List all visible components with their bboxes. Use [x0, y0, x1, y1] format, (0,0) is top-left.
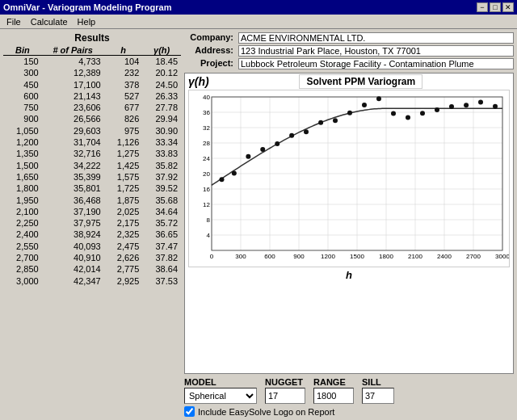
close-button[interactable]: ✕: [502, 2, 514, 12]
svg-text:1200: 1200: [321, 253, 335, 260]
svg-text:3000: 3000: [495, 253, 510, 260]
svg-text:36: 36: [203, 109, 210, 116]
svg-text:40: 40: [203, 94, 210, 101]
title-bar: OmniVar - Variogram Modeling Program − □…: [0, 0, 517, 15]
col-bin: Bin: [3, 45, 42, 56]
table-row: 1,35032,7161,27533.83: [3, 148, 181, 159]
company-value: ACME ENVIRONMENTAL LTD.: [238, 32, 514, 44]
model-label: MODEL: [184, 377, 257, 387]
svg-text:1800: 1800: [379, 253, 393, 260]
svg-text:300: 300: [235, 253, 246, 260]
svg-point-54: [362, 103, 367, 107]
table-row: 75023,60667727.78: [3, 102, 181, 113]
address-label: Address:: [184, 45, 237, 57]
table-row: 1,65035,3991,57537.92: [3, 171, 181, 183]
table-row: 60021,14352726.33: [3, 90, 181, 102]
variogram-chart: 4812162024283236400300600900120015001800…: [188, 90, 510, 267]
menu-file[interactable]: File: [2, 16, 26, 27]
svg-text:28: 28: [203, 140, 210, 147]
svg-point-47: [260, 147, 265, 152]
table-row: 2,70040,9102,62637.82: [3, 252, 181, 263]
svg-text:600: 600: [264, 253, 275, 260]
table-row: 30012,38923220.12: [3, 67, 181, 78]
chart-area: γ(h) Solvent PPM Variogram 4812162024283…: [184, 73, 514, 374]
svg-point-57: [406, 115, 410, 120]
gamma-axis-label: γ(h): [188, 75, 209, 88]
svg-text:20: 20: [203, 170, 210, 178]
results-header: Results: [3, 32, 181, 44]
table-row: 1,95036,4681,87535.68: [3, 195, 181, 206]
table-row: 2,40038,9242,32536.65: [3, 229, 181, 240]
company-info: Company: ACME ENVIRONMENTAL LTD. Address…: [184, 32, 514, 69]
table-row: 90026,56682629.94: [3, 113, 181, 124]
svg-text:2400: 2400: [437, 253, 452, 260]
nugget-input[interactable]: [265, 388, 305, 404]
sill-label: SILL: [362, 377, 394, 387]
svg-text:1500: 1500: [350, 253, 364, 260]
table-row: 1,20031,7041,12633.34: [3, 136, 181, 148]
svg-text:8: 8: [207, 216, 211, 224]
col-h: h: [104, 45, 143, 56]
menu-bar: File Calculate Help: [0, 15, 517, 29]
table-row: 1,50034,2221,42535.82: [3, 160, 181, 171]
model-select[interactable]: SphericalExponentialGaussianLinear: [184, 388, 257, 404]
svg-point-51: [318, 120, 323, 125]
svg-text:4: 4: [207, 232, 211, 239]
svg-point-58: [420, 111, 425, 116]
svg-point-61: [464, 103, 469, 107]
table-row: 45017,10037824.50: [3, 79, 181, 90]
table-row: 2,85042,0142,77538.64: [3, 263, 181, 275]
svg-point-48: [275, 141, 280, 146]
minimize-button[interactable]: −: [477, 2, 488, 12]
window-title: OmniVar - Variogram Modeling Program: [3, 2, 171, 12]
svg-point-52: [333, 118, 338, 123]
table-row: 1,05029,60397530.90: [3, 125, 181, 136]
table-row: 2,25037,9752,17535.72: [3, 217, 181, 229]
svg-point-63: [493, 104, 498, 109]
svg-point-49: [289, 133, 294, 138]
address-value: 123 Industrial Park Place, Houston, TX 7…: [238, 45, 514, 57]
svg-point-60: [449, 104, 454, 109]
project-label: Project:: [184, 58, 237, 69]
chart-title: Solvent PPM Variogram: [299, 74, 422, 89]
left-panel: Results Bin # of Pairs h γ(h) 1504,73310…: [3, 32, 181, 417]
svg-point-46: [246, 154, 250, 159]
logo-checkbox-label[interactable]: Include EasySolve Logo on Report: [198, 407, 334, 417]
svg-text:0: 0: [210, 253, 214, 260]
svg-text:900: 900: [293, 253, 305, 260]
svg-text:16: 16: [203, 186, 210, 193]
col-gamma: γ(h): [142, 45, 181, 56]
table-row: 2,10037,1902,02534.64: [3, 206, 181, 217]
svg-text:32: 32: [203, 124, 210, 132]
maximize-button[interactable]: □: [490, 2, 501, 12]
range-input[interactable]: [313, 388, 354, 404]
table-row: 1,80035,8011,72539.52: [3, 183, 181, 194]
project-value: Lubbock Petroleum Storage Facility - Con…: [238, 58, 514, 69]
svg-text:2700: 2700: [466, 253, 481, 260]
svg-text:2100: 2100: [408, 253, 422, 260]
logo-checkbox[interactable]: [184, 406, 195, 417]
svg-point-44: [219, 177, 224, 182]
bottom-controls: MODEL SphericalExponentialGaussianLinear…: [184, 377, 514, 417]
nugget-label: NUGGET: [265, 377, 305, 387]
table-row: 1504,73310418.45: [3, 56, 181, 68]
sill-input[interactable]: [362, 388, 394, 404]
range-label: RANGE: [313, 377, 354, 387]
menu-calculate[interactable]: Calculate: [26, 16, 73, 27]
menu-help[interactable]: Help: [73, 16, 101, 27]
svg-point-45: [232, 170, 237, 175]
table-row: 2,55040,0932,47537.47: [3, 241, 181, 252]
svg-point-62: [478, 99, 483, 104]
col-pairs: # of Pairs: [42, 45, 104, 56]
h-axis-label: h: [188, 269, 510, 281]
svg-point-55: [376, 96, 381, 101]
svg-point-53: [347, 111, 352, 116]
table-row: 3,00042,3472,92537.53: [3, 275, 181, 287]
svg-point-56: [391, 111, 396, 116]
results-table: Bin # of Pairs h γ(h) 1504,73310418.4530…: [3, 45, 181, 287]
svg-point-59: [435, 107, 439, 112]
svg-point-50: [304, 129, 309, 134]
svg-text:12: 12: [203, 201, 210, 208]
svg-text:24: 24: [203, 155, 210, 162]
right-panel: Company: ACME ENVIRONMENTAL LTD. Address…: [184, 32, 514, 417]
